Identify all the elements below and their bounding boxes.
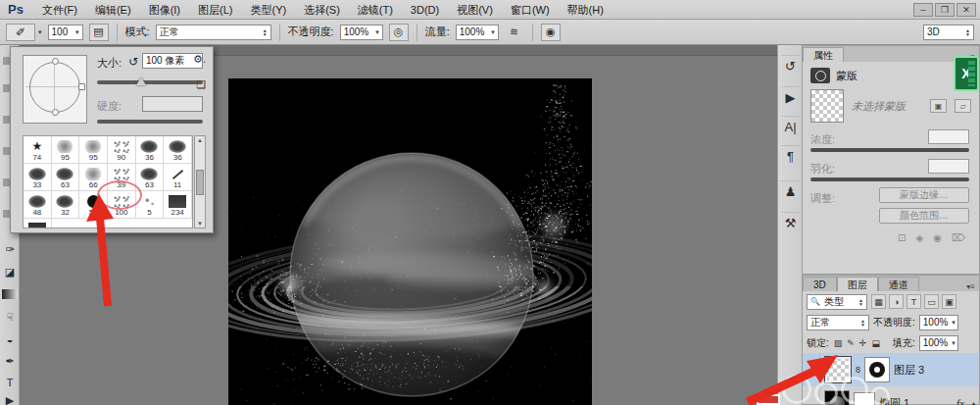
menu-item[interactable]: 滤镜(T) <box>349 0 402 20</box>
feather-slider[interactable] <box>810 177 969 181</box>
tab-3d[interactable]: 3D <box>803 277 837 291</box>
eraser-tool-icon[interactable]: ◪ <box>2 263 18 280</box>
pressure-opacity-icon[interactable]: ◎ <box>389 24 409 41</box>
brush-preset[interactable]: 33 <box>24 164 52 191</box>
tool-preset-dropdown-icon[interactable]: ▾ <box>38 28 42 36</box>
filter-adjustment-icon[interactable]: ◑ <box>889 294 904 309</box>
workspace-select[interactable]: 3D ▲▼ <box>923 25 974 40</box>
brush-size-combo[interactable]: 100 ▾ <box>48 25 83 40</box>
brush-tool-icon[interactable]: ✐ <box>6 24 35 41</box>
collapse-effects-icon[interactable]: ▲ <box>970 400 977 405</box>
hardness-input[interactable] <box>142 96 203 112</box>
layer-filter-select[interactable]: 🔍 类型 ▲▼ <box>807 294 867 310</box>
brush-preset[interactable]: 36 <box>164 136 192 164</box>
brush-preset[interactable]: ★74 <box>24 136 52 164</box>
menu-item[interactable]: 选择(S) <box>295 0 349 20</box>
minimize-button[interactable]: – <box>913 3 933 17</box>
lock-all-icon[interactable]: ⬓ <box>870 338 881 348</box>
menu-item[interactable]: 3D(D) <box>402 0 448 20</box>
character-panel-icon[interactable]: A| <box>781 116 800 137</box>
new-brush-icon[interactable]: ❏ <box>196 78 206 91</box>
scroll-up-icon[interactable]: ▲ <box>197 137 203 143</box>
brush-preset[interactable]: 95 <box>79 136 108 164</box>
gear-icon[interactable]: ⚙. <box>193 53 206 66</box>
reset-size-icon[interactable]: ↺ <box>128 55 138 69</box>
layer-blend-select[interactable]: 正常 ▲▼ <box>807 315 869 330</box>
tip-handle-bottom[interactable] <box>52 109 59 116</box>
hardness-slider-track[interactable] <box>97 120 203 124</box>
mask-link-icon[interactable]: 8 <box>856 365 860 375</box>
tab-layers[interactable]: 图层 <box>837 277 878 291</box>
tab-properties[interactable]: 属性 <box>803 47 844 62</box>
menu-item[interactable]: 帮助(H) <box>559 0 612 20</box>
type-tool-icon[interactable]: T <box>2 374 18 391</box>
brush-preset[interactable]: 11 <box>164 164 192 191</box>
size-slider-track[interactable] <box>97 80 203 84</box>
add-pixel-mask-icon[interactable]: ▣ <box>930 99 947 113</box>
filter-image-icon[interactable]: ▦ <box>871 294 886 309</box>
layer-effects-badge[interactable]: fx <box>956 397 966 405</box>
brush-preset[interactable]: 382 <box>24 219 52 228</box>
tool-presets-panel-icon[interactable]: ⚒ <box>781 212 800 233</box>
menu-item[interactable]: 编辑(E) <box>86 0 140 20</box>
menu-item[interactable]: 文件(F) <box>33 0 86 20</box>
scroll-down-icon[interactable]: ▼ <box>197 221 203 227</box>
shape-tool-icon[interactable]: ◯ <box>2 401 18 405</box>
smudge-tool-icon[interactable]: ☟ <box>2 308 18 326</box>
menu-item[interactable]: 类型(Y) <box>241 0 295 20</box>
tab-channels[interactable]: 通道 <box>878 277 919 291</box>
mask-visibility-icon[interactable]: ◉ <box>933 232 942 243</box>
history-panel-icon[interactable]: ↺ <box>781 55 800 76</box>
toggle-brush-panel-button[interactable]: ▤ <box>89 24 109 41</box>
brush-tip-preview[interactable] <box>23 55 87 124</box>
close-button[interactable]: ✕ <box>956 3 976 17</box>
actions-panel-icon[interactable]: ▶ <box>781 86 800 108</box>
tip-handle-rotate[interactable] <box>78 83 85 90</box>
scrollbar-thumb[interactable] <box>196 170 204 195</box>
lock-move-icon[interactable]: ✛ <box>858 338 868 348</box>
tip-handle-top[interactable] <box>52 58 59 65</box>
mask-edge-button[interactable]: 蒙版边缘… <box>879 187 969 203</box>
menu-item[interactable]: 图层(L) <box>189 0 241 20</box>
brush-preset[interactable]: 63 <box>52 164 80 191</box>
mask-thumbnail[interactable] <box>810 89 844 123</box>
opacity-combo[interactable]: 100% ▾ <box>340 25 383 40</box>
size-slider-thumb[interactable] <box>136 77 146 85</box>
brush-preset[interactable]: 90 <box>108 136 136 164</box>
airbrush-icon[interactable]: ≋ <box>505 24 524 41</box>
feather-input[interactable] <box>928 159 969 174</box>
menu-item[interactable]: 视图(V) <box>448 0 502 20</box>
layer-name[interactable]: 图层 3 <box>894 363 924 378</box>
brush-preset[interactable]: 95 <box>52 136 80 164</box>
fill-combo[interactable]: 100% ▾ <box>919 335 958 351</box>
menu-item[interactable]: 窗口(W) <box>502 0 559 20</box>
color-range-button[interactable]: 颜色范围… <box>879 208 969 224</box>
paragraph-panel-icon[interactable]: ¶ <box>781 145 800 167</box>
layer-opacity-combo[interactable]: 100% ▾ <box>919 315 958 330</box>
dodge-tool-icon[interactable]: ◒ <box>2 330 18 348</box>
density-input[interactable] <box>928 129 969 144</box>
flow-combo[interactable]: 100% ▾ <box>456 25 499 40</box>
load-mask-selection-icon[interactable]: ⊡ <box>898 232 906 243</box>
density-slider[interactable] <box>810 148 969 152</box>
pressure-size-icon[interactable]: ◉ <box>541 24 561 41</box>
preset-scrollbar[interactable]: ▲ ▼ <box>194 135 206 228</box>
panel-menu-icon[interactable]: ▾≡ <box>962 282 979 291</box>
filter-type-icon[interactable]: T <box>906 294 921 309</box>
filter-shape-icon[interactable]: ▭ <box>924 294 939 309</box>
add-vector-mask-icon[interactable]: ▱ <box>955 99 971 113</box>
history-brush-tool-icon[interactable]: ✑ <box>2 240 18 258</box>
brush-preset[interactable]: 36 <box>136 136 165 164</box>
canvas-document[interactable] <box>228 78 592 405</box>
delete-mask-icon[interactable]: ⌦ <box>952 232 965 243</box>
lock-transparency-icon[interactable]: ▨ <box>833 338 844 348</box>
brush-preset[interactable]: 48 <box>24 191 52 219</box>
menu-item[interactable]: 图像(I) <box>140 0 189 20</box>
layer-thumbnail[interactable] <box>864 357 890 382</box>
blend-mode-select[interactable]: 正常 ▲▼ <box>156 25 271 40</box>
lock-paint-icon[interactable]: ✎ <box>846 338 856 348</box>
apply-mask-icon[interactable]: ◈ <box>915 232 923 243</box>
filter-smart-object-icon[interactable]: ▣ <box>942 294 956 309</box>
brush-preset[interactable]: 234 <box>164 191 192 219</box>
gradient-tool-icon[interactable] <box>2 289 18 299</box>
